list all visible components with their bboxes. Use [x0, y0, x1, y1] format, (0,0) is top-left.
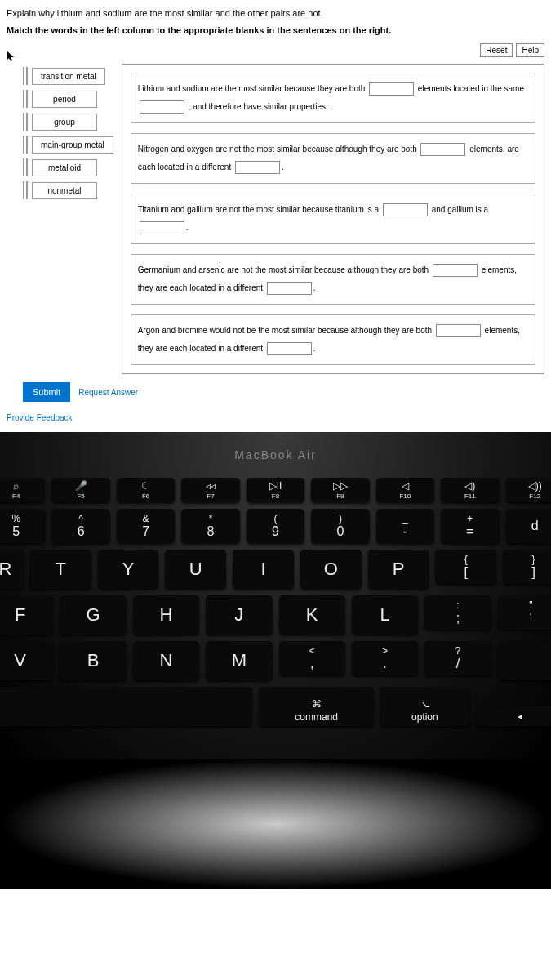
key-f9: ▷▷F9	[311, 478, 369, 502]
moon-icon: ☾	[141, 480, 150, 492]
volume-up-icon: ◁))	[528, 480, 542, 492]
sentence-area: Lithium and sodium are the most similar …	[122, 64, 544, 374]
key-shift	[498, 641, 551, 680]
key-f: F	[0, 595, 53, 635]
drag-handle-icon[interactable]	[23, 113, 29, 131]
key-arrow-left: ◂	[476, 706, 551, 726]
key-6: ^6	[51, 509, 109, 543]
request-answer-link[interactable]: Request Answer	[78, 388, 138, 397]
key-h: H	[133, 595, 199, 635]
blank-dropzone[interactable]	[267, 342, 312, 355]
word-chip[interactable]: period	[32, 91, 97, 108]
blank-dropzone[interactable]	[140, 100, 184, 114]
key-r: R	[0, 550, 24, 589]
macbook-label: MacBook Air	[0, 448, 551, 461]
play-pause-icon: ▷II	[269, 480, 282, 492]
key-command: ⌘command	[259, 687, 374, 726]
key-9: (9	[247, 509, 304, 543]
reset-button[interactable]: Reset	[480, 43, 513, 57]
key-f7: ◃◃F7	[181, 478, 239, 502]
key-bracket-left: {[	[435, 550, 496, 584]
volume-down-icon: ◁)	[464, 480, 475, 492]
blank-dropzone[interactable]	[235, 161, 280, 174]
key-8: *8	[181, 509, 239, 543]
key-i: I	[233, 550, 294, 589]
blank-dropzone[interactable]	[267, 282, 312, 295]
key-7: &7	[117, 509, 175, 543]
key-quote: "'	[498, 595, 551, 630]
key-equals: +=	[441, 509, 499, 543]
word-chip[interactable]: nonmetal	[32, 182, 97, 199]
key-t: T	[30, 550, 91, 589]
key-f11: ◁)F11	[441, 478, 499, 502]
key-bracket-right: }]	[503, 550, 551, 584]
key-n: N	[133, 641, 199, 680]
blank-dropzone[interactable]	[140, 221, 184, 234]
blank-dropzone[interactable]	[369, 82, 414, 96]
mute-icon: ◁	[402, 480, 409, 492]
key-m: M	[206, 641, 272, 680]
word-chip[interactable]: group	[32, 114, 97, 131]
key-f12: ◁))F12	[506, 478, 552, 502]
blank-dropzone[interactable]	[420, 143, 465, 156]
drag-handle-icon[interactable]	[23, 158, 29, 176]
key-f8: ▷IIF8	[247, 478, 304, 502]
key-space	[0, 687, 252, 726]
sentence-4: Germanium and arsenic are not the most s…	[131, 254, 535, 305]
key-k: K	[279, 595, 345, 635]
word-chip[interactable]: main-group metal	[32, 136, 113, 154]
exercise-panel: Explain why lithium and sodium are the m…	[0, 0, 551, 432]
drag-handle-icon[interactable]	[23, 67, 29, 85]
word-list: transition metal period group main-group…	[7, 64, 113, 374]
drag-handle-icon[interactable]	[23, 181, 29, 199]
instruction-line-1: Explain why lithium and sodium are the m…	[7, 7, 544, 20]
key-5: %5	[0, 509, 45, 543]
key-l: L	[352, 595, 418, 635]
mic-icon: 🎤	[75, 480, 87, 492]
blank-dropzone[interactable]	[433, 264, 478, 277]
key-p: P	[368, 550, 429, 589]
key-minus: _-	[376, 509, 434, 543]
key-b: B	[60, 641, 126, 680]
help-button[interactable]: Help	[516, 43, 544, 57]
word-chip[interactable]: metalloid	[32, 159, 97, 176]
key-period: >.	[352, 641, 418, 675]
key-f4: ⌕F4	[0, 478, 45, 502]
key-delete: d	[506, 509, 552, 543]
sentence-3: Titanium and gallium are not the most si…	[131, 194, 535, 244]
sentence-5: Argon and bromine would not be the most …	[131, 314, 535, 365]
instructions: Explain why lithium and sodium are the m…	[7, 7, 544, 37]
key-semicolon: :;	[424, 595, 491, 630]
submit-button[interactable]: Submit	[23, 382, 70, 402]
key-y: Y	[98, 550, 159, 589]
key-slash: ?/	[424, 641, 491, 675]
prev-icon: ◃◃	[206, 480, 216, 492]
instruction-line-2: Match the words in the left column to th…	[7, 24, 544, 38]
drag-handle-icon[interactable]	[23, 136, 29, 154]
search-icon: ⌕	[13, 480, 19, 492]
key-j: J	[206, 595, 272, 635]
key-f10: ◁F10	[376, 478, 434, 502]
key-f5: 🎤F5	[51, 478, 109, 502]
key-0: )0	[311, 509, 369, 543]
word-chip[interactable]: transition metal	[32, 68, 105, 85]
key-v: V	[0, 641, 53, 680]
sentence-1: Lithium and sodium are the most similar …	[131, 73, 535, 123]
key-comma: <,	[279, 641, 345, 675]
provide-feedback-link[interactable]: Provide Feedback	[7, 410, 544, 425]
blank-dropzone[interactable]	[436, 324, 481, 337]
key-f6: ☾F6	[117, 478, 175, 502]
key-option: ⌥option	[380, 687, 469, 726]
keyboard: MacBook Air ⌕F4 🎤F5 ☾F6 ◃◃F7 ▷IIF8 ▷▷F9 …	[0, 432, 551, 759]
key-u: U	[165, 550, 226, 589]
drag-handle-icon[interactable]	[23, 90, 29, 108]
command-icon: ⌘	[312, 698, 322, 710]
sentence-2: Nitrogen and oxygen are not the most sim…	[131, 133, 535, 184]
desk-shadow	[0, 759, 551, 889]
blank-dropzone[interactable]	[383, 203, 428, 216]
key-o: O	[300, 550, 362, 589]
next-icon: ▷▷	[333, 480, 348, 492]
option-icon: ⌥	[419, 698, 430, 710]
key-g: G	[60, 595, 126, 635]
cursor-icon	[7, 51, 15, 62]
